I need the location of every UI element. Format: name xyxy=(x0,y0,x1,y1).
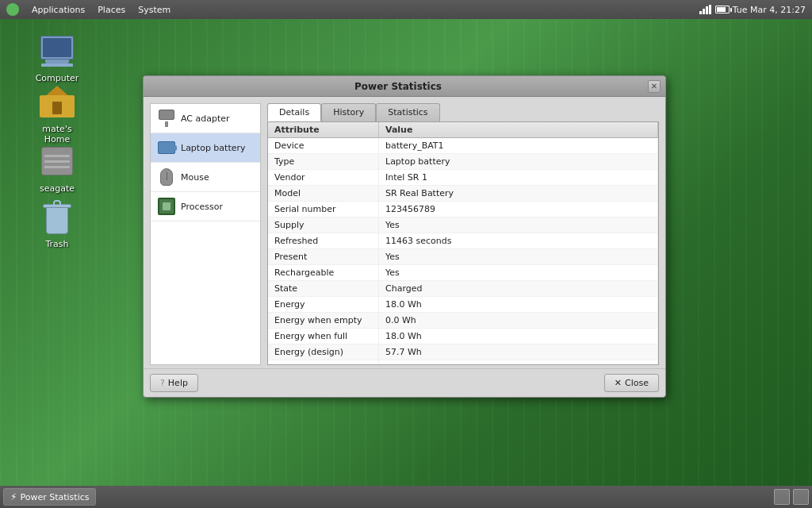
table-cell-value: Laptop battery xyxy=(379,154,658,169)
sidebar-item-ac-adapter[interactable]: AC adapter xyxy=(151,104,260,133)
help-icon: ? xyxy=(160,378,165,388)
ac-adapter-icon xyxy=(157,109,176,128)
table-cell-value: 18.0 Wh xyxy=(379,297,658,312)
table-cell-value: Intel SR 1 xyxy=(379,170,658,185)
table-cell-value: 11463 seconds xyxy=(379,233,658,248)
table-row: Vendor Intel SR 1 xyxy=(268,170,658,186)
sidebar-item-processor-label: Processor xyxy=(181,202,223,212)
mouse-icon xyxy=(157,167,176,187)
tab-statistics[interactable]: Statistics xyxy=(376,103,439,121)
table-cell-attr: Energy xyxy=(268,297,379,312)
table-row: Rechargeable Yes xyxy=(268,265,658,281)
table-row: Refreshed 11463 seconds xyxy=(268,233,658,249)
dialog-footer: ? Help ✕ Close xyxy=(144,368,665,397)
close-button[interactable]: ✕ Close xyxy=(604,374,659,392)
table-cell-attr: Present xyxy=(268,249,379,264)
attributes-table: Attribute Value Device battery_BAT1 Type… xyxy=(267,121,659,365)
main-content: Details History Statistics Attribute Val… xyxy=(267,103,659,365)
table-row: Energy (design) 57.7 Wh xyxy=(268,344,658,360)
col-header-attribute: Attribute xyxy=(268,122,379,137)
mate-logo[interactable] xyxy=(0,2,25,17)
table-cell-attr: Rate xyxy=(268,360,379,364)
menu-system[interactable]: System xyxy=(132,3,177,17)
table-cell-value: 123456789 xyxy=(379,202,658,217)
table-cell-attr: Model xyxy=(268,186,379,201)
help-button[interactable]: ? Help xyxy=(150,374,198,392)
table-row: Present Yes xyxy=(268,249,658,265)
sidebar-item-processor[interactable]: Processor xyxy=(151,192,260,221)
table-row: Serial number 123456789 xyxy=(268,202,658,217)
menubar: Applications Places System Tue Mar 4, 21… xyxy=(0,0,812,19)
taskbar-btn-2[interactable] xyxy=(793,489,809,505)
table-cell-value: Yes xyxy=(379,265,658,280)
table-cell-value: Charged xyxy=(379,281,658,296)
battery-status-icon xyxy=(715,6,730,13)
close-window-button[interactable]: ✕ xyxy=(648,80,661,93)
table-cell-attr: Device xyxy=(268,138,379,153)
table-header: Attribute Value xyxy=(268,122,658,138)
table-cell-value: SR Real Battery xyxy=(379,186,658,201)
table-cell-value: Yes xyxy=(379,249,658,264)
taskbar-power-icon: ⚡ xyxy=(10,491,17,502)
taskbar-btn-1[interactable] xyxy=(774,489,790,505)
table-cell-value: Yes xyxy=(379,217,658,233)
dialog-title: Power Statistics xyxy=(148,81,648,92)
table-cell-attr: Type xyxy=(268,154,379,169)
table-cell-value: 0.0 Wh xyxy=(379,313,658,328)
desktop-icon-trash-label: Trash xyxy=(45,239,68,249)
close-icon: ✕ xyxy=(615,378,622,388)
table-cell-attr: Supply xyxy=(268,217,379,233)
table-cell-value: battery_BAT1 xyxy=(379,138,658,153)
sidebar-item-mouse[interactable]: Mouse xyxy=(151,163,260,192)
desktop-icon-home[interactable]: mate's Home xyxy=(25,79,89,148)
table-row: State Charged xyxy=(268,281,658,297)
sidebar-item-ac-adapter-label: AC adapter xyxy=(181,114,230,124)
dialog-titlebar: Power Statistics ✕ xyxy=(144,76,665,97)
sidebar-item-laptop-battery-label: Laptop battery xyxy=(181,143,246,153)
table-cell-attr: Rechargeable xyxy=(268,265,379,280)
table-row: Energy when full 18.0 Wh xyxy=(268,329,658,344)
processor-icon xyxy=(157,197,176,216)
power-statistics-dialog: Power Statistics ✕ AC adapter xyxy=(143,75,666,398)
table-body[interactable]: Device battery_BAT1 Type Laptop battery … xyxy=(268,138,658,364)
table-cell-attr: Energy when empty xyxy=(268,313,379,328)
sidebar-item-laptop-battery[interactable]: Laptop battery xyxy=(151,133,260,163)
table-cell-value: 18.0 Wh xyxy=(379,329,658,344)
laptop-battery-icon xyxy=(157,138,176,157)
signal-icon xyxy=(699,5,712,14)
menu-applications[interactable]: Applications xyxy=(25,3,91,17)
desktop-icon-trash[interactable]: Trash xyxy=(25,194,89,252)
dialog-body: AC adapter Laptop battery Mouse xyxy=(144,97,665,368)
table-row: Energy when empty 0.0 Wh xyxy=(268,313,658,329)
desktop-icon-seagate[interactable]: seagate xyxy=(25,139,89,197)
table-cell-attr: Energy when full xyxy=(268,329,379,344)
table-cell-attr: Refreshed xyxy=(268,233,379,248)
datetime: Tue Mar 4, 21:27 xyxy=(733,5,806,15)
tab-bar: Details History Statistics xyxy=(267,103,659,121)
mate-icon xyxy=(6,3,19,16)
table-row: Type Laptop battery xyxy=(268,154,658,170)
table-cell-attr: Serial number xyxy=(268,202,379,217)
table-cell-value: 0.0 W xyxy=(379,360,658,364)
tab-history[interactable]: History xyxy=(321,103,376,121)
tab-details[interactable]: Details xyxy=(267,103,321,121)
table-row: Rate 0.0 W xyxy=(268,360,658,364)
table-cell-attr: Energy (design) xyxy=(268,344,379,360)
table-row: Supply Yes xyxy=(268,217,658,233)
table-row: Model SR Real Battery xyxy=(268,186,658,202)
sidebar-item-mouse-label: Mouse xyxy=(181,172,209,183)
table-cell-attr: State xyxy=(268,281,379,296)
desktop-icon-computer[interactable]: Computer xyxy=(25,29,89,87)
table-row: Energy 18.0 Wh xyxy=(268,297,658,313)
menu-places[interactable]: Places xyxy=(91,3,132,17)
table-cell-value: 57.7 Wh xyxy=(379,344,658,360)
taskbar-power-statistics[interactable]: ⚡ Power Statistics xyxy=(3,488,96,506)
device-sidebar: AC adapter Laptop battery Mouse xyxy=(150,103,261,365)
desktop-icon-seagate-label: seagate xyxy=(40,183,75,194)
col-header-value: Value xyxy=(379,122,658,137)
table-row: Device battery_BAT1 xyxy=(268,138,658,154)
taskbar: ⚡ Power Statistics xyxy=(0,486,812,508)
table-cell-attr: Vendor xyxy=(268,170,379,185)
